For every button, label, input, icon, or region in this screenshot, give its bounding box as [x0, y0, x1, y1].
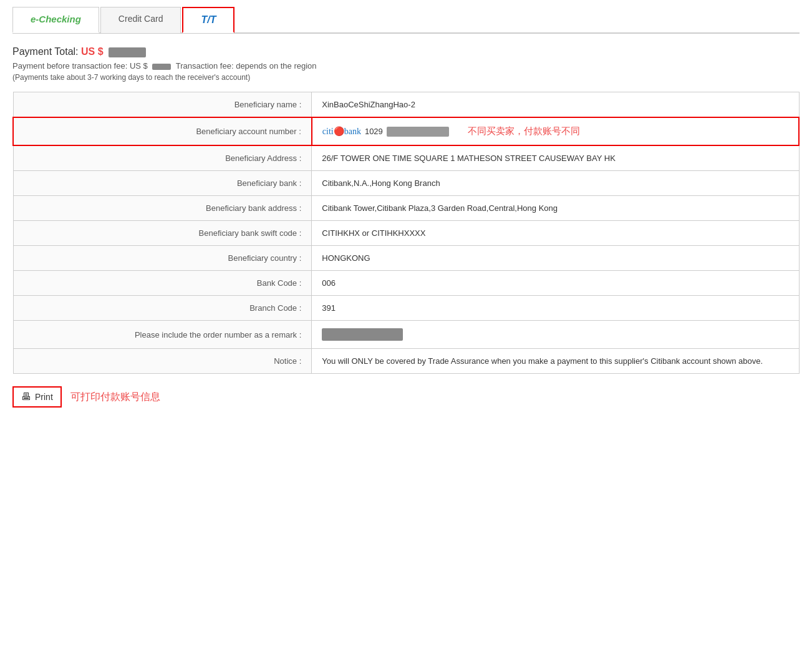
row-label-bank-code: Bank Code :	[13, 271, 312, 296]
print-section: 🖶 Print 可打印付款账号信息	[12, 386, 800, 408]
payment-sub-label: Payment before transaction fee: US $	[12, 61, 148, 71]
row-label-remark: Please include the order number as a rem…	[13, 321, 312, 349]
payment-amount-masked	[109, 47, 146, 57]
row-label-bank-address: Beneficiary bank address :	[13, 196, 312, 221]
table-row-notice: Notice : You will ONLY be covered by Tra…	[13, 349, 799, 374]
citi-arc: 🔴	[334, 127, 344, 136]
payment-tabs: e-Checking Credit Card T/T	[12, 6, 800, 34]
payment-total-section: Payment Total: US $	[12, 46, 800, 57]
citibank-brand: citi🔴bank 1029	[322, 126, 449, 137]
table-row-account: Beneficiary account number : citi🔴bank 1…	[13, 117, 799, 145]
tab-echecking-label: e-Checking	[31, 14, 81, 24]
row-value-notice: You will ONLY be covered by Trade Assura…	[312, 349, 799, 374]
payment-currency: US $	[81, 46, 104, 57]
table-row: Beneficiary bank swift code : CITIHKHX o…	[13, 221, 799, 246]
row-value-bank-code: 006	[312, 271, 799, 296]
payment-sub-section: Payment before transaction fee: US $ ···…	[12, 61, 800, 71]
table-row: Beneficiary Address : 26/F TOWER ONE TIM…	[13, 145, 799, 171]
table-row-remark: Please include the order number as a rem…	[13, 321, 799, 349]
tab-tt[interactable]: T/T	[182, 7, 234, 33]
payment-info-table: Beneficiary name : XinBaoCeShiZhangHao-2…	[12, 92, 800, 374]
row-label-country: Beneficiary country :	[13, 246, 312, 271]
payment-total-label: Payment Total:	[12, 46, 79, 57]
remark-masked	[322, 328, 403, 341]
account-value-wrapper: citi🔴bank 1029 不同买卖家，付款账号不同	[322, 125, 788, 137]
account-number-masked	[387, 127, 449, 137]
payment-sub-fee-label: Transaction fee: depends on the region	[176, 61, 317, 71]
citibank-logo: citi🔴bank	[322, 126, 361, 137]
row-label-beneficiary-bank: Beneficiary bank :	[13, 171, 312, 196]
row-value-swift-code: CITIHKHX or CITIHKHXXXX	[312, 221, 799, 246]
tab-creditcard-label: Credit Card	[118, 14, 163, 24]
print-button-label: Print	[35, 392, 53, 402]
account-number-prefix: 1029	[365, 127, 383, 136]
chinese-note-account: 不同买卖家，付款账号不同	[468, 125, 580, 137]
row-value-remark	[312, 321, 799, 349]
printer-icon: 🖶	[21, 391, 31, 403]
row-label-swift-code: Beneficiary bank swift code :	[13, 221, 312, 246]
row-value-beneficiary-name: XinBaoCeShiZhangHao-2	[312, 92, 799, 118]
row-value-country: HONGKONG	[312, 246, 799, 271]
print-button[interactable]: 🖶 Print	[12, 386, 62, 408]
table-row: Branch Code : 391	[13, 296, 799, 321]
row-label-beneficiary-address: Beneficiary Address :	[13, 145, 312, 171]
row-value-beneficiary-address: 26/F TOWER ONE TIME SQUARE 1 MATHESON ST…	[312, 145, 799, 171]
table-row: Beneficiary name : XinBaoCeShiZhangHao-2	[13, 92, 799, 118]
row-label-notice: Notice :	[13, 349, 312, 374]
payment-note: (Payments take about 3-7 working days to…	[12, 73, 800, 82]
row-label-branch-code: Branch Code :	[13, 296, 312, 321]
table-row: Beneficiary bank : Citibank,N.A.,Hong Ko…	[13, 171, 799, 196]
tab-tt-label: T/T	[201, 14, 216, 25]
row-label-account-number: Beneficiary account number :	[13, 117, 312, 145]
table-row: Beneficiary country : HONGKONG	[13, 246, 799, 271]
row-value-bank-address: Citibank Tower,Citibank Plaza,3 Garden R…	[312, 196, 799, 221]
payment-sub-amount-masked: ····	[152, 64, 171, 70]
tab-creditcard[interactable]: Credit Card	[100, 7, 181, 33]
row-value-beneficiary-bank: Citibank,N.A.,Hong Kong Branch	[312, 171, 799, 196]
table-row: Beneficiary bank address : Citibank Towe…	[13, 196, 799, 221]
row-label-beneficiary-name: Beneficiary name :	[13, 92, 312, 118]
row-value-account-number: citi🔴bank 1029 不同买卖家，付款账号不同	[312, 117, 799, 145]
table-row: Bank Code : 006	[13, 271, 799, 296]
print-chinese-label: 可打印付款账号信息	[70, 391, 160, 404]
row-value-branch-code: 391	[312, 296, 799, 321]
tab-echecking[interactable]: e-Checking	[12, 7, 99, 33]
